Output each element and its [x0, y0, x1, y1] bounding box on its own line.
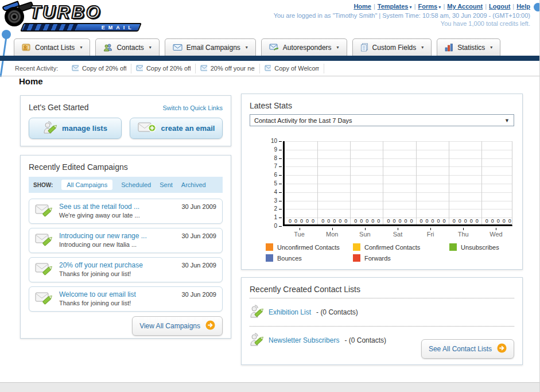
filter-all-campaigns[interactable]: All Campaigns: [61, 180, 112, 190]
tab-custom-fields[interactable]: Custom Fields▾: [352, 38, 432, 56]
campaign-subtitle: Thanks for joining our list!: [59, 270, 176, 278]
footer-strip: [0, 382, 539, 392]
tab-contacts[interactable]: Contacts▾: [95, 38, 159, 56]
top-nav-link-help[interactable]: Help: [516, 3, 530, 10]
tab-label: Email Campaigns: [187, 44, 240, 52]
legend-item: Forwards: [353, 254, 449, 262]
chart-gridline: [350, 141, 351, 224]
x-axis-tick: [300, 228, 300, 230]
y-axis-tick-label: 5: [263, 180, 277, 187]
tab-contact-lists[interactable]: Contact Lists▾: [14, 38, 90, 56]
chart-value-label: 0: [463, 218, 468, 224]
chart-legend: Unconfirmed ContactsConfirmed ContactsUn…: [266, 243, 514, 262]
logo-stripes-decor: [23, 24, 78, 30]
chart-gridline: [285, 192, 512, 193]
legend-label: Unconfirmed Contacts: [277, 244, 340, 251]
campaign-title-link[interactable]: 20% off your next purchase: [59, 261, 176, 270]
tab-email-campaigns[interactable]: Email Campaigns▾: [165, 38, 256, 56]
turbo-charger-icon: [5, 7, 24, 26]
recent-activity-item[interactable]: Copy of Welcome to: [260, 64, 324, 73]
top-nav-link-home[interactable]: Home: [353, 3, 371, 10]
contacts-icon: [103, 43, 112, 52]
recent-activity-item[interactable]: Copy of 20% off yo: [67, 64, 131, 73]
person-pencil-icon: [250, 304, 263, 321]
campaign-date: 30 Jun 2009: [181, 258, 216, 269]
chart-value-label: 0: [490, 218, 495, 224]
campaign-title-link[interactable]: See us at the retail food ...: [59, 203, 176, 211]
chart-gridline: [285, 184, 512, 184]
chart-value-label: 0: [484, 218, 490, 224]
tab-statistics[interactable]: Statistics▾: [437, 38, 500, 56]
contact-list-name-link[interactable]: Exhibition List: [269, 308, 311, 316]
recent-activity-item[interactable]: Copy of 20% off yo: [131, 64, 196, 73]
recent-activity-item-label: Copy of 20% off yo: [82, 65, 126, 72]
y-axis-tick-label: 10: [263, 138, 277, 144]
page: TURBO EMAIL Home|Templates ▾|Forms ▾|My …: [0, 0, 540, 392]
switch-quick-links-link[interactable]: Switch to Quick Links: [162, 104, 223, 111]
stats-chart: 0123456789100000000000000000000000000000…: [263, 139, 517, 238]
contact-list-name-link[interactable]: Newsletter Subscribers: [269, 336, 339, 344]
tab-autoresponders[interactable]: Autoresponders▾: [261, 38, 347, 56]
get-started-panel: Let's Get Started Switch to Quick Links …: [20, 95, 231, 146]
person-pencil-icon: [43, 121, 57, 136]
campaign-title-link[interactable]: Welcome to our email list: [59, 290, 176, 299]
y-axis-tick-label: 4: [263, 189, 277, 195]
chart-value-label: 0: [310, 218, 316, 224]
view-all-campaigns-button[interactable]: View All Campaigns: [132, 316, 223, 336]
chevron-down-icon: ▾: [490, 45, 492, 50]
x-axis-tick-label: Sat: [381, 231, 414, 238]
chevron-down-icon: ▾: [337, 45, 339, 50]
top-nav-link-my-account[interactable]: My Account: [447, 3, 483, 10]
envelope-pencil-icon: [35, 261, 53, 278]
top-nav-link-templates[interactable]: Templates: [378, 3, 409, 10]
chart-gridline: [285, 201, 512, 201]
y-axis-tick: [279, 150, 282, 150]
create-email-button[interactable]: create an email: [130, 118, 223, 139]
y-axis-tick-label: 8: [263, 155, 277, 161]
stats-report-dropdown[interactable]: Contact Activity for the Last 7 Days ▼: [250, 114, 514, 126]
chart-value-label: 0: [386, 218, 391, 224]
chart-value-label: 0: [376, 218, 381, 224]
mail-small-icon: [265, 65, 271, 72]
chart-value-label: 0: [469, 218, 474, 224]
campaign-date: 30 Jun 2009: [181, 287, 216, 298]
tab-label: Autoresponders: [283, 44, 332, 52]
manage-lists-button[interactable]: manage lists: [29, 118, 122, 139]
top-nav-link-forms[interactable]: Forms: [418, 3, 438, 10]
y-axis-tick: [279, 201, 282, 201]
campaign-list-item[interactable]: See us at the retail food ...We're givin…: [29, 199, 223, 224]
x-axis-tick: [463, 228, 464, 230]
chart-gridline: [317, 141, 318, 224]
campaign-list-item[interactable]: Welcome to our email listThanks for join…: [29, 286, 223, 312]
campaign-text: Welcome to our email listThanks for join…: [59, 290, 176, 308]
x-axis-tick: [398, 228, 398, 230]
y-axis-tick-label: 7: [263, 163, 277, 169]
campaign-date: 30 Jun 2009: [181, 199, 216, 210]
filter-archived[interactable]: Archived: [181, 181, 206, 188]
filter-sent[interactable]: Sent: [160, 181, 173, 188]
campaign-title-link[interactable]: Introducing our new range ...: [59, 232, 176, 240]
chart-value-label: 0: [496, 218, 501, 224]
chart-value-label: 0: [452, 218, 457, 224]
x-axis-tick: [332, 228, 333, 230]
see-all-contact-lists-button[interactable]: See All Contact Lists: [421, 339, 514, 359]
nav-separator: |: [512, 3, 514, 10]
recent-activity-item[interactable]: 20% off your next p: [196, 64, 260, 73]
filter-scheduled[interactable]: Scheduled: [121, 181, 151, 188]
login-status-text: You are logged in as "Timothy Smith" | S…: [274, 12, 530, 19]
legend-swatch: [266, 254, 273, 262]
chart-value-label: 0: [397, 218, 402, 224]
envelope-pencil-icon: [35, 232, 53, 249]
y-axis-tick: [279, 175, 282, 176]
autoresponders-icon: [269, 44, 279, 52]
contact-list-item[interactable]: Exhibition List- (0 Contacts): [250, 302, 514, 322]
top-nav-link-logout[interactable]: Logout: [489, 3, 510, 10]
legend-label: Forwards: [364, 255, 391, 262]
legend-swatch: [266, 243, 273, 251]
legend-swatch: [353, 254, 360, 262]
nav-separator: |: [485, 3, 487, 10]
campaign-list-item[interactable]: Introducing our new range ...Introducing…: [29, 228, 223, 253]
campaign-list-item[interactable]: 20% off your next purchaseThanks for joi…: [29, 257, 223, 282]
latest-stats-panel: Latest Stats Contact Activity for the La…: [241, 94, 523, 270]
recent-activity-item-label: Copy of Welcome to: [274, 65, 319, 72]
